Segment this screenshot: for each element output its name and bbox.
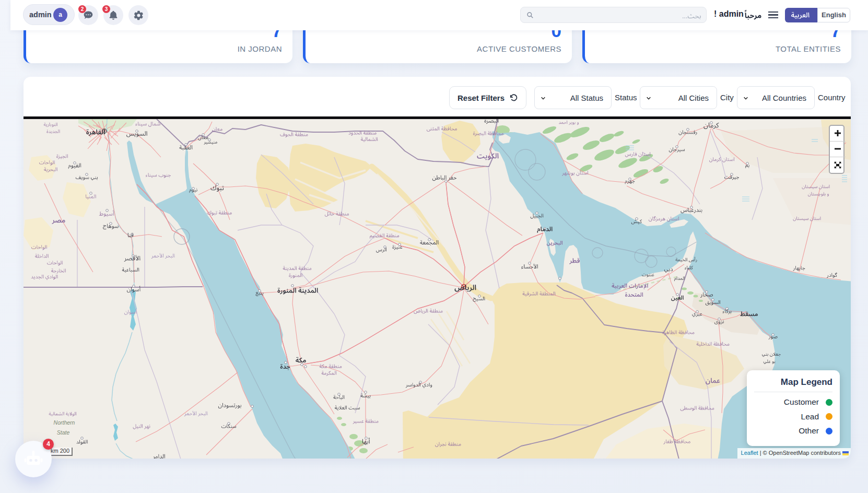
svg-text:Northern: Northern — [54, 419, 75, 426]
svg-text:State: State — [57, 429, 70, 436]
